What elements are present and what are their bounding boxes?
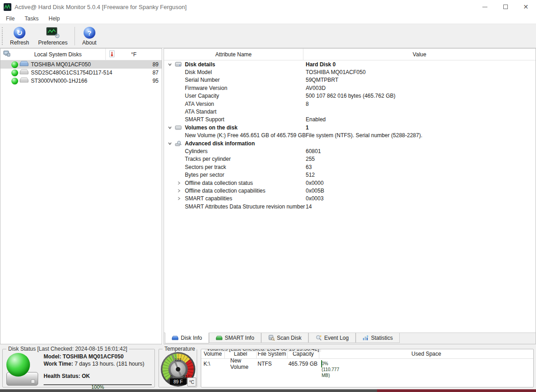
content-area: Local System Disks °F TOSHIBA MQ01ACF050… [0,48,536,344]
toolbar-button-label: Refresh [10,40,29,46]
disk-row[interactable]: TOSHIBA MQ01ACF050 89 [0,60,162,69]
disk-list-panel: Local System Disks °F TOSHIBA MQ01ACF050… [0,48,162,344]
gauge-reading-label: 89 F [174,379,183,384]
disk-row[interactable]: SSD2SC480G1CS1754D117-514 87 [0,69,162,77]
attribute-name: Advanced disk information [185,140,255,147]
attribute-row[interactable]: Firmware VersionAV003D [164,84,536,92]
attribute-row[interactable]: Disk ModelTOSHIBA MQ01ACF050 [164,68,536,76]
attribute-row[interactable]: Disk detailsHard Disk 0 [164,60,536,68]
volume-letter: K:\ [201,361,225,367]
event-log-icon [315,335,322,341]
column-label: Local System Disks [10,51,105,58]
attribute-value: 59QMTPBRT [306,77,536,83]
smart-info-icon [216,335,223,341]
menu-file[interactable]: File [1,15,20,23]
disk-details-icon [175,61,182,67]
attribute-value: 14 [306,203,536,210]
about-icon: ? [84,27,95,39]
tab-label: Disk Info [181,335,202,341]
disk-name: SSD2SC480G1CS1754D117-514 [31,69,139,76]
tab-smart-info[interactable]: SMART Info [209,333,261,343]
refresh-button[interactable]: ↻Refresh [5,25,34,47]
volume-label: New Volume [225,357,257,370]
toolbar-grip-icon [2,27,4,45]
chevron-right-icon [177,189,181,193]
attribute-row[interactable]: Offline data collection capabilities0x00… [164,187,536,194]
attribute-row[interactable]: User Capacity500 107 862 016 bytes (465.… [164,92,536,100]
attribute-row[interactable]: Cylinders60801 [164,147,536,155]
attribute-row[interactable]: SMART Attributes Data Structure revision… [164,203,536,210]
tab-disk-info[interactable]: Disk Info [165,332,209,343]
volumes-column-used-space[interactable]: Used Space [319,349,533,358]
attribute-name: SMART Support [185,116,224,123]
disk-row[interactable]: ST3000VN000-1HJ166 95 [0,77,162,85]
column-header-local-system-disks[interactable]: Local System Disks [0,49,106,60]
attribute-name: Offline data collection status [185,180,253,186]
tab-statistics[interactable]: Statistics [356,333,400,343]
attribute-row[interactable]: Serial Number59QMTPBRT [164,76,536,84]
attribute-row[interactable]: Bytes per sector512 [164,171,536,179]
disk-status-ok-icon [11,69,18,76]
attribute-value: 1 [306,124,536,131]
attribute-row[interactable]: Tracks per cylinder255 [164,155,536,163]
attributes-header: Attribute Name Value [164,49,536,60]
attribute-row[interactable]: Advanced disk information [164,139,536,147]
attribute-name: SMART Attributes Data Structure revision… [185,203,305,210]
volume-row[interactable]: K:\ New Volume NTFS 465.759 GB 0% (110.7… [201,359,533,368]
model-value: TOSHIBA MQ01ACF050 [63,353,124,360]
attribute-value: Hard Disk 0 [306,61,536,68]
attribute-value: 63 [306,164,536,170]
disk-temperature: 89 [139,61,162,68]
attribute-name: Firmware Version [185,85,227,91]
preferences-button[interactable]: ⚙Preferences [34,25,72,47]
attribute-value: 500 107 862 016 bytes (465.762 GB) [306,93,536,99]
thermometer-icon [109,50,114,59]
attribute-value: 8 [306,101,536,107]
attribute-name: SMART capabilities [185,195,232,202]
disk-status-title: Disk Status [Last Checked: 2024-08-15 16… [6,346,129,352]
disk-temperature: 95 [139,78,162,84]
statistics-icon [362,335,369,341]
attribute-value: File system (NTFS). Serial number (5288-… [306,132,536,139]
column-header-value[interactable]: Value [303,49,536,60]
tab-strip: Disk InfoSMART InfoScan DiskEvent LogSta… [164,332,536,344]
attribute-row[interactable]: New Volume (K:) Free 465.651 GB of 465.7… [164,132,536,139]
attribute-row[interactable]: Volumes on the disk1 [164,124,536,131]
app-icon [4,3,11,11]
scan-disk-icon [268,335,275,341]
menubar: FileTasksHelp [0,14,536,24]
volume-icon [175,125,182,130]
disk-temperature: 87 [139,69,162,76]
attribute-value: 512 [306,172,536,178]
attribute-row[interactable]: SMART capabilities0x0003 [164,195,536,203]
computer-icon [3,50,10,58]
celsius-toggle-button[interactable]: °C [187,377,196,387]
health-percent-label: 100% [44,384,151,390]
app-window: Active@ Hard Disk Monitor 5.0.4 [Freewar… [0,0,536,392]
attribute-row[interactable]: SMART SupportEnabled [164,116,536,124]
attribute-name: Sectors per track [185,164,226,170]
column-header-attribute-name[interactable]: Attribute Name [164,49,303,60]
about-button[interactable]: ?About [77,25,102,47]
chevron-down-icon [168,62,172,67]
health-progress-bar: 100% [44,384,152,385]
toolbar-separator [74,27,75,45]
minimize-icon[interactable] [475,0,495,14]
attribute-row[interactable]: ATA Version8 [164,100,536,108]
model-label: Model: [44,353,61,360]
attribute-row[interactable]: Offline data collection status0x0000 [164,179,536,187]
titlebar: Active@ Hard Disk Monitor 5.0.4 [Freewar… [0,0,536,14]
attribute-value: 0x0000 [306,180,536,186]
tab-scan-disk[interactable]: Scan Disk [261,333,308,343]
tab-event-log[interactable]: Event Log [308,333,356,343]
attribute-row[interactable]: ATA Standart [164,108,536,115]
column-header-temperature[interactable]: °F [106,49,162,60]
tab-label: SMART Info [225,335,254,341]
maximize-icon[interactable] [495,0,516,14]
attribute-row[interactable]: Sectors per track63 [164,163,536,171]
close-icon[interactable]: ✕ [516,0,536,14]
attribute-value: AV003D [306,85,536,91]
menu-help[interactable]: Help [44,15,65,23]
menu-tasks[interactable]: Tasks [20,15,44,23]
disk-health-icon [5,353,41,384]
